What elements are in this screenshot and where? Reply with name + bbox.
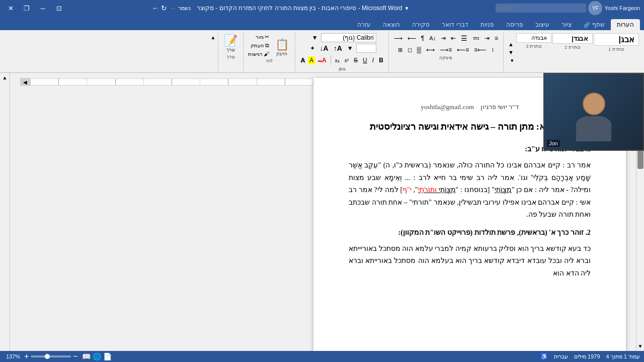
tab-divrei-doar[interactable]: דברי דואר — [436, 19, 474, 30]
collapse-ribbon-btn[interactable]: ▲ — [209, 33, 217, 41]
ruler — [30, 78, 313, 85]
font-group-label: גופן — [339, 66, 346, 72]
superscript-btn[interactable]: x² — [343, 57, 351, 64]
minimize-button[interactable]: ─ — [36, 3, 49, 14]
shading-btn[interactable]: ◻ — [406, 46, 414, 54]
cut-icon: ✂ — [265, 34, 269, 40]
video-person: Jon — [544, 74, 643, 150]
sort-btn[interactable]: ↕A — [427, 34, 438, 42]
copy-btn[interactable]: ⧉ העתק — [247, 42, 271, 49]
styles-scroll-down[interactable]: ▼ — [507, 49, 515, 56]
font-group: ▼ 12.5 ▼ A↑ A↓ ✦ B I U S x² x₂ — [295, 32, 388, 72]
style-heading3-label: כותרת 3 — [516, 44, 551, 49]
underlined-text1: מִצְוֹתַי — [495, 186, 512, 194]
accessibility-icon[interactable]: ♿ — [540, 353, 548, 360]
format-painter-btn[interactable]: 🖌 רגישות — [247, 50, 271, 57]
styles-expand[interactable]: ▾ — [507, 57, 515, 64]
italic-btn[interactable]: I — [370, 56, 376, 65]
font-size-dropdown[interactable]: ▼ — [345, 44, 355, 53]
align-right2-btn[interactable]: ≡⟶ — [438, 45, 454, 54]
document-scroll[interactable]: ◀ — [10, 73, 636, 351]
tab-haearot[interactable]: הערות — [611, 19, 640, 30]
style-heading2[interactable]: אבגד| — [552, 33, 593, 44]
subscript-btn[interactable]: x₂ — [333, 57, 342, 64]
view-print-btn[interactable]: 📄 — [103, 352, 112, 360]
list-number-btn[interactable]: ≔ — [470, 33, 481, 43]
paste-label: הדבק — [276, 51, 287, 56]
save-status: נשמר — [178, 5, 191, 12]
list-bullet-btn[interactable]: ☰ — [459, 33, 469, 43]
style-heading3[interactable]: אבגדה — [516, 33, 551, 43]
zoom-minus-btn[interactable]: − — [73, 352, 77, 361]
styles-scroll-up[interactable]: ▲ — [507, 41, 515, 48]
ruler-toggle-btn[interactable]: ◀ — [20, 78, 30, 86]
tab-hotzaah[interactable]: הוצאה — [377, 19, 406, 30]
format-painter-icon: 🖌 — [264, 51, 269, 57]
nav-forward-icon[interactable]: → — [169, 4, 176, 12]
separator1 — [331, 55, 331, 65]
view-read-btn[interactable]: 📖 — [82, 352, 91, 360]
restore-button[interactable]: ❐ — [20, 3, 33, 14]
align-justify-btn[interactable]: ≡ — [493, 34, 500, 43]
format-icons-group: ≡ ⇥ ≔ ☰ ⇤ ⇥ ↕A ¶ ⟵ ⟶ ↕ ⟵≡ ≡⟵ ≡⟶ ⟷ ▓ ◻ ⊞ — [388, 32, 503, 72]
align-right-btn[interactable]: ⇥ — [482, 34, 492, 43]
section1-content: אמר רב : קיים אברהם אבינו כל התורה כולה,… — [349, 161, 591, 218]
font-size-decrease[interactable]: A↓ — [318, 43, 331, 53]
editor-group: 📝 עורך עורך — [218, 32, 243, 72]
show-formatting-btn[interactable]: ¶ — [419, 34, 426, 43]
highlight-color-btn[interactable]: A — [308, 56, 315, 64]
cut-label: גזור — [256, 34, 264, 40]
tab-pniyot[interactable]: פניות — [474, 19, 500, 30]
underline-btn[interactable]: U — [361, 56, 369, 65]
underlined-text2: מִצְוֹתַי וְתוֹרֹתַי — [418, 186, 456, 194]
decrease-indent-btn[interactable]: ⇥ — [439, 34, 448, 43]
borders-btn[interactable]: ⊞ — [396, 46, 405, 54]
style-heading2-label: כותרת 2 — [552, 45, 593, 50]
tab-skirah[interactable]: סקירה — [406, 19, 436, 30]
align-center-btn[interactable]: ≡⟵ — [455, 45, 471, 54]
tab-itzuv[interactable]: עיצוב — [529, 19, 555, 30]
zoom-plus-btn[interactable]: + — [24, 352, 29, 361]
search-input[interactable] — [496, 4, 586, 13]
dropdown-arrow-icon[interactable]: ▼ — [405, 6, 410, 11]
avatar-initials: YF — [592, 6, 599, 11]
vscroll-down[interactable]: ▼ — [638, 343, 643, 349]
paste-btn[interactable]: 📋 הדבק — [272, 37, 292, 57]
editor-btn[interactable]: 📝 עורך — [222, 33, 240, 53]
statusbar-left: עמוד 1 מתוך 4 1979 מילים עברית ♿ — [540, 353, 640, 360]
font-family-input[interactable] — [321, 33, 376, 42]
fullscreen-button[interactable]: ⊡ — [52, 3, 65, 14]
text-effect-btn[interactable]: A — [298, 56, 307, 65]
style-heading1-label: כותרת 1 — [594, 47, 639, 52]
highlight-btn[interactable]: ▓ — [415, 45, 424, 54]
close-button[interactable]: ✕ — [4, 3, 17, 14]
rtl-ltr-btn[interactable]: ⟶ — [392, 34, 405, 43]
align-left-btn[interactable]: ⟵≡ — [472, 45, 488, 54]
increase-indent-btn[interactable]: ⇤ — [449, 34, 458, 43]
clear-formatting-btn[interactable]: ✦ — [308, 44, 317, 53]
font-color-btn[interactable]: A▬ — [316, 56, 329, 65]
style-heading1[interactable]: אבג| — [594, 33, 639, 46]
tab-shtef[interactable]: שתף 🔗 — [578, 19, 611, 30]
editor-icon: 📝 — [224, 34, 237, 47]
zoom-slider[interactable] — [31, 355, 71, 357]
font-family-dropdown[interactable]: ▼ — [310, 33, 320, 42]
tab-ezrah[interactable]: עזרה — [351, 19, 377, 30]
align-full-btn[interactable]: ⟷ — [424, 45, 437, 54]
cut-btn[interactable]: ✂ גזור — [247, 33, 271, 41]
tab-prisa[interactable]: פריסה — [500, 19, 529, 30]
strikethrough-btn[interactable]: S — [352, 56, 360, 65]
line-spacing-btn[interactable]: ↕ — [489, 45, 496, 54]
nav-refresh-icon[interactable]: ↻ — [161, 4, 167, 12]
font-size-increase[interactable]: A↑ — [332, 43, 344, 53]
nav-back-icon[interactable]: ← — [152, 4, 159, 12]
tab-ziur[interactable]: ציור — [555, 19, 578, 30]
bold-btn[interactable]: B — [377, 56, 385, 65]
scroll-up-btn[interactable]: ▲ — [3, 75, 8, 80]
view-web-btn[interactable]: 🌐 — [93, 352, 101, 360]
font-size-input[interactable]: 12.5 — [356, 44, 376, 53]
clipboard-group-label: לוח — [266, 58, 273, 64]
title-text: סיפורי האבות - בין מצוות התורה לחוקי המז… — [197, 5, 402, 12]
zoom-level[interactable]: 137% — [4, 353, 22, 359]
ltr-rtl-btn[interactable]: ⟵ — [406, 34, 418, 43]
